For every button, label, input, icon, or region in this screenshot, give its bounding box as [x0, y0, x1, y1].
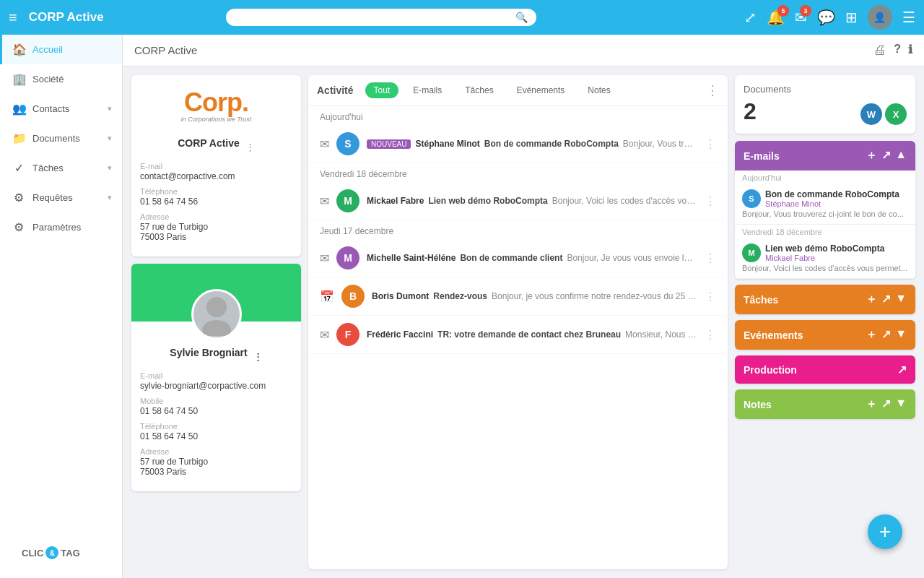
person-address-line2: 75003 Paris — [140, 467, 292, 477]
activity-item[interactable]: ✉ S NOUVEAU Stéphane Minot Bon de comman… — [311, 125, 725, 163]
sidebar-item-accueil[interactable]: 🏠 Accueil — [0, 35, 122, 64]
nav-menu-icon[interactable]: ☰ — [902, 9, 915, 26]
item-menu-icon-4[interactable]: ⋮ — [705, 290, 716, 303]
emails-collapse-icon[interactable]: ▲ — [895, 148, 907, 163]
sidebar-item-contacts[interactable]: 👥 Contacts ▾ — [0, 94, 122, 124]
email-item-1[interactable]: S Bon de commande RoboCompta Stéphane Mi… — [735, 184, 915, 225]
emails-section: E-mails ＋ ↗ ▲ Aujourd'hui S — [735, 141, 915, 279]
emails-add-icon[interactable]: ＋ — [866, 148, 877, 163]
tab-emails[interactable]: E-mails — [404, 82, 450, 98]
activity-item-4[interactable]: 📅 B Boris Dumont Rendez-vous Bonjour, je… — [311, 277, 725, 316]
person-phone-row: Téléphone 01 58 64 74 50 — [140, 422, 292, 441]
act-sender: Stéphane Minot — [415, 139, 479, 149]
middle-panel: Activité Tout E-mails Tâches Evénements … — [308, 75, 728, 569]
act-sender-4: Boris Dumont — [372, 291, 429, 301]
activity-line-2: Mickael Fabre Lien web démo RoboCompta B… — [367, 196, 697, 206]
item-menu-icon[interactable]: ⋮ — [705, 137, 716, 151]
notifications-icon[interactable]: 🔔 5 — [767, 9, 785, 26]
chat-icon[interactable]: 💬 — [817, 9, 835, 26]
item-menu-icon-5[interactable]: ⋮ — [705, 328, 716, 342]
activity-menu-icon[interactable]: ⋮ — [706, 82, 719, 98]
tab-notes[interactable]: Notes — [579, 82, 619, 98]
evenements-add-icon[interactable]: ＋ — [866, 327, 877, 342]
item-menu-icon-3[interactable]: ⋮ — [705, 251, 716, 265]
activity-item-3[interactable]: ✉ M Michelle Saint-Héléne Bon de command… — [311, 239, 725, 277]
taches-add-icon[interactable]: ＋ — [866, 292, 877, 307]
person-phone-label: Téléphone — [140, 422, 292, 431]
sidebar-item-societe[interactable]: 🏢 Société — [0, 64, 122, 94]
act-sender-3: Michelle Saint-Héléne — [367, 253, 456, 263]
act-preview-3: Bonjour, Je vous vous envoie le bon de c… — [567, 253, 697, 263]
company-menu-dots[interactable]: ⋮ — [245, 142, 255, 152]
sidebar-item-requetes[interactable]: ⚙ Requêtes ▾ — [0, 183, 122, 212]
person-info: Sylvie Brogniart ⋮ E-mail sylvie-brognia… — [131, 322, 301, 491]
activity-item[interactable]: ✉ M Mickael Fabre Lien web démo RoboComp… — [311, 182, 725, 220]
notes-collapse-icon[interactable]: ▼ — [895, 397, 907, 412]
evenements-export-icon[interactable]: ↗ — [881, 327, 891, 342]
messages-icon[interactable]: ✉ 3 — [795, 9, 807, 26]
tab-taches[interactable]: Tâches — [456, 82, 502, 98]
email-item-2[interactable]: M Lien web démo RoboCompta Mickael Fabre… — [735, 238, 915, 279]
taches-export-icon[interactable]: ↗ — [881, 292, 891, 307]
email-subject-1: Bon de commande RoboCompta Stéphane Mino… — [765, 189, 899, 208]
item-menu-icon-2[interactable]: ⋮ — [705, 194, 716, 208]
sidebar-item-parametres[interactable]: ⚙ Paramètres — [0, 212, 122, 242]
notes-section-btns: ＋ ↗ ▼ — [866, 397, 907, 412]
emails-export-icon[interactable]: ↗ — [881, 148, 891, 163]
production-export-icon[interactable]: ↗ — [897, 363, 907, 376]
grid-icon[interactable]: ⊞ — [845, 9, 858, 26]
help-icon[interactable]: ? — [894, 43, 901, 58]
search-input[interactable] — [235, 12, 515, 23]
activity-content-5: Frédéric Faccini TR: votre demande de co… — [367, 329, 697, 340]
emails-section-header[interactable]: E-mails ＋ ↗ ▲ — [735, 141, 915, 171]
email-date-today: Aujourd'hui — [735, 171, 915, 184]
activity-avatar-3: M — [336, 246, 359, 269]
evenements-collapse-icon[interactable]: ▼ — [895, 327, 907, 342]
fab-button[interactable]: + — [868, 514, 902, 549]
emails-section-body: Aujourd'hui S Bon de commande RoboCompta… — [735, 171, 915, 279]
company-email-value: contact@corpactive.com — [140, 171, 292, 181]
tab-evenements[interactable]: Evénements — [508, 82, 574, 98]
notes-export-icon[interactable]: ↗ — [881, 397, 891, 412]
activity-item-5[interactable]: ✉ F Frédéric Faccini TR: votre demande d… — [311, 316, 725, 354]
activity-content-2: Mickael Fabre Lien web démo RoboCompta B… — [367, 196, 697, 206]
evenements-section-header[interactable]: Evénements ＋ ↗ ▼ — [735, 320, 915, 350]
act-sender-2: Mickael Fabre — [367, 196, 424, 206]
print-icon[interactable]: 🖨 — [873, 43, 886, 58]
notes-section-header[interactable]: Notes ＋ ↗ ▼ — [735, 389, 915, 419]
hamburger-menu[interactable]: ≡ — [9, 9, 17, 26]
act-subject: Bon de commande RoboCompta — [484, 139, 619, 149]
taches-section-header[interactable]: Tâches ＋ ↗ ▼ — [735, 285, 915, 314]
email-date-friday: Vendredi 18 décembre — [735, 225, 915, 238]
breadcrumb-icons: 🖨 ? ℹ — [873, 43, 912, 58]
new-badge: NOUVEAU — [367, 139, 411, 149]
act-subject-3: Bon de commande client — [460, 253, 562, 263]
email-item-subject-2: Lien web démo RoboCompta — [765, 243, 884, 254]
evenements-section: Evénements ＋ ↗ ▼ — [735, 320, 915, 350]
taches-arrow: ▾ — [108, 163, 112, 173]
messages-badge: 3 — [800, 5, 811, 17]
clictag-tag: TAG — [61, 548, 79, 558]
sidebar-item-documents[interactable]: 📁 Documents ▾ — [0, 124, 122, 153]
person-mobile-row: Mobile 01 58 64 74 50 — [140, 397, 292, 416]
taches-section: Tâches ＋ ↗ ▼ — [735, 285, 915, 314]
production-section-header[interactable]: Production ↗ — [735, 355, 915, 384]
production-section: Production ↗ — [735, 355, 915, 384]
act-sender-5: Frédéric Faccini — [367, 329, 433, 340]
date-thursday17: Jeudi 17 décembre — [311, 220, 725, 239]
expand-icon[interactable]: ⤢ — [744, 9, 757, 26]
search-bar: 🔍 — [226, 9, 536, 26]
info-icon[interactable]: ℹ — [908, 43, 912, 58]
email-subject-2: Lien web démo RoboCompta Mickael Fabre — [765, 243, 884, 262]
person-email-row: E-mail sylvie-brogniart@corpactive.com — [140, 371, 292, 391]
requetes-icon: ⚙ — [12, 191, 25, 204]
person-menu-dots[interactable]: ⋮ — [253, 351, 263, 362]
requetes-arrow: ▾ — [108, 193, 112, 202]
user-avatar[interactable]: 👤 — [868, 5, 892, 30]
tab-tout[interactable]: Tout — [365, 82, 399, 98]
calendar-icon: 📅 — [320, 290, 334, 303]
company-phone-label: Téléphone — [140, 187, 292, 196]
sidebar-item-taches[interactable]: ✓ Tâches ▾ — [0, 153, 122, 183]
taches-collapse-icon[interactable]: ▼ — [895, 292, 907, 307]
notes-add-icon[interactable]: ＋ — [866, 397, 877, 412]
